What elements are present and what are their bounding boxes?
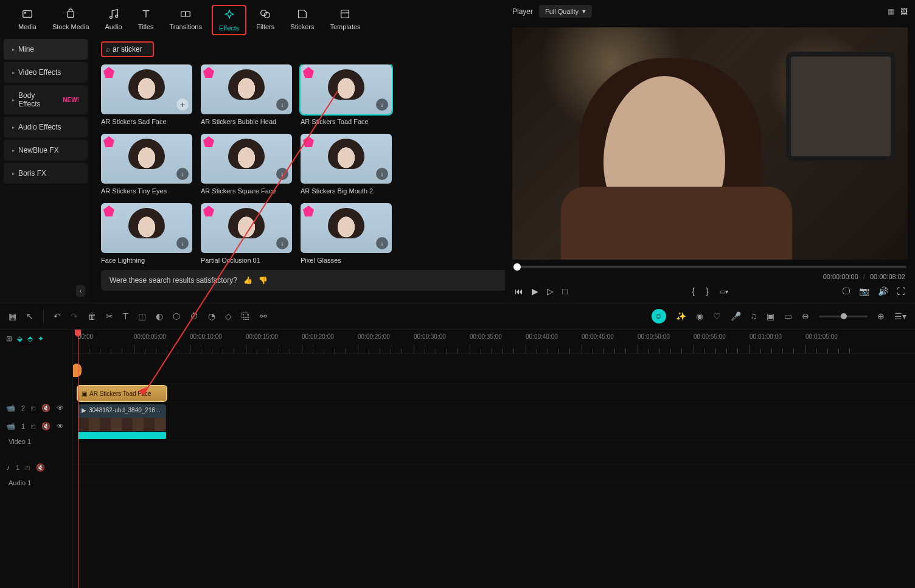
scrubber-handle[interactable] [513, 263, 521, 271]
sidebar-item-video-effects[interactable]: Video Effects [4, 62, 88, 83]
download-icon[interactable]: ↓ [276, 99, 288, 111]
result-thumbnail[interactable]: ↓ [101, 134, 192, 184]
speed-icon[interactable]: ⏱ [190, 311, 198, 321]
stop-icon[interactable]: □ [562, 286, 567, 296]
result-thumbnail[interactable]: ↓ [101, 203, 192, 253]
volume-icon[interactable]: 🔊 [878, 286, 888, 296]
download-icon[interactable]: ↓ [276, 168, 288, 180]
thumbs-up-icon[interactable]: 👍 [243, 276, 252, 285]
tab-transitions[interactable]: Transitions [164, 5, 208, 33]
mark-out-icon[interactable]: } [706, 286, 709, 296]
link-icon[interactable]: ⏍ [26, 463, 30, 472]
auto-ripple-icon[interactable]: ✦ [38, 334, 44, 343]
compare-icon[interactable]: ▦ [888, 7, 894, 16]
result-thumbnail[interactable]: ↓ [201, 134, 292, 184]
link-icon[interactable]: ⏍ [31, 422, 35, 431]
cut-icon[interactable]: ✂ [106, 311, 113, 321]
video-clip[interactable]: ▶3048162-uhd_3840_216... [78, 404, 166, 431]
display-icon[interactable]: 🖵 [842, 286, 851, 296]
result-thumbnail[interactable]: ↓ [301, 134, 392, 184]
download-icon[interactable]: ↓ [176, 168, 189, 180]
mic-icon[interactable]: 🎤 [731, 311, 741, 321]
tab-stickers[interactable]: Stickers [284, 5, 320, 33]
result-thumbnail[interactable]: ↓ [301, 203, 392, 253]
zoom-out-icon[interactable]: ⊖ [802, 311, 809, 321]
redo-icon[interactable]: ↷ [71, 311, 78, 321]
effect-track[interactable]: ▣ AR Stickers Toad Face [73, 384, 915, 403]
prev-frame-icon[interactable]: ⏮ [515, 286, 523, 296]
color-icon[interactable]: ◐ [156, 311, 163, 321]
marker[interactable] [73, 364, 82, 377]
download-icon[interactable]: ↓ [376, 168, 388, 180]
mark-in-icon[interactable]: { [692, 286, 695, 296]
play-icon[interactable]: ▷ [547, 286, 554, 296]
timeline-body[interactable]: 00:0000:00:05:0000:00:10:0000:00:15:0000… [73, 330, 915, 588]
timer-icon[interactable]: ◔ [208, 311, 215, 321]
effect-track-header[interactable]: 📹2 ⏍ 🔇 👁 [0, 399, 72, 417]
ratio-icon[interactable]: ▭▾ [720, 288, 728, 295]
result-card[interactable]: ↓AR Stickers Bubble Head [201, 64, 292, 125]
keyframe-icon[interactable]: ◇ [225, 311, 232, 321]
result-thumbnail[interactable]: ↓ [201, 64, 292, 114]
sidebar-item-audio-effects[interactable]: Audio Effects [4, 117, 88, 137]
sidebar-item-newblue[interactable]: NewBlue FX [4, 140, 88, 161]
mute-icon[interactable]: 🔇 [41, 404, 50, 412]
player-scrubber[interactable] [513, 266, 906, 268]
download-icon[interactable]: ↓ [276, 237, 288, 249]
search-field-wrap[interactable]: ⌕ [101, 41, 154, 57]
thumbs-down-icon[interactable]: 👎 [259, 276, 268, 285]
play-backward-icon[interactable]: ▶ [532, 286, 538, 296]
layer-icon[interactable]: ▣ [767, 311, 774, 321]
result-card[interactable]: ↓AR Stickers Toad Face [301, 64, 392, 125]
result-card[interactable]: +AR Stickers Sad Face [101, 64, 192, 125]
result-thumbnail[interactable]: ↓ [201, 203, 292, 253]
tab-stock-media[interactable]: Stock Media [46, 5, 96, 33]
enhance-icon[interactable]: ✨ [676, 311, 686, 321]
player-viewport[interactable] [512, 27, 908, 260]
quality-dropdown[interactable]: Full Quality ▾ [539, 5, 592, 18]
tab-templates[interactable]: Templates [324, 5, 366, 33]
link-clips-icon[interactable]: ⬘ [27, 334, 33, 343]
video-track-header[interactable]: 📹1 ⏍ 🔇 👁 [0, 417, 72, 435]
timeline-ruler[interactable]: 00:0000:00:05:0000:00:10:0000:00:15:0000… [73, 330, 915, 354]
download-icon[interactable]: ↓ [376, 99, 388, 111]
search-input[interactable] [113, 45, 149, 54]
zoom-slider[interactable] [819, 316, 868, 317]
sidebar-item-boris[interactable]: Boris FX [4, 163, 88, 184]
result-card[interactable]: ↓Partial Occlusion 01 [201, 203, 292, 264]
result-thumbnail[interactable]: ↓ [301, 64, 392, 114]
tab-media[interactable]: Media [12, 5, 43, 33]
audio-track-header[interactable]: ♪1 ⏍ 🔇 [0, 458, 72, 477]
zoom-handle[interactable] [841, 313, 847, 319]
download-icon[interactable]: ↓ [376, 237, 388, 249]
crop-icon[interactable]: ◫ [138, 311, 146, 321]
result-thumbnail[interactable]: + [101, 64, 192, 114]
mute-icon[interactable]: 🔇 [41, 422, 50, 431]
audio-track[interactable] [73, 465, 915, 483]
picture-icon[interactable]: 🖼 [900, 7, 908, 16]
result-card[interactable]: ↓AR Stickers Square Face [201, 134, 292, 195]
undo-icon[interactable]: ↶ [54, 311, 61, 321]
result-card[interactable]: ↓AR Stickers Tiny Eyes [101, 134, 192, 195]
sidebar-item-body-effects[interactable]: Body EffectsNEW! [4, 85, 88, 114]
link-icon[interactable]: ⚯ [260, 311, 267, 321]
grid-icon[interactable]: ▦ [9, 311, 16, 321]
download-icon[interactable]: ↓ [176, 237, 189, 249]
magnet-icon[interactable]: ⬙ [17, 334, 23, 343]
eye-icon[interactable]: 👁 [57, 404, 64, 412]
tab-effects[interactable]: Effects [212, 5, 246, 35]
cursor-icon[interactable]: ↖ [26, 311, 33, 321]
ai-button[interactable]: ☺ [652, 309, 666, 323]
view-options-icon[interactable]: ☰▾ [894, 311, 906, 321]
tab-audio[interactable]: Audio [99, 5, 128, 33]
sidebar-collapse-button[interactable]: ‹ [76, 285, 85, 297]
playhead[interactable] [78, 330, 78, 588]
result-card[interactable]: ↓Face Lightning [101, 203, 192, 264]
sidebar-item-mine[interactable]: Mine [4, 39, 88, 60]
add-track-icon[interactable]: ⊞ [6, 334, 12, 343]
group-icon[interactable]: ⬡ [173, 311, 180, 321]
circle-icon[interactable]: ◉ [696, 311, 703, 321]
text-tool-icon[interactable]: T [123, 311, 128, 321]
delete-icon[interactable]: 🗑 [88, 311, 96, 321]
snapshot-icon[interactable]: 📷 [859, 286, 869, 296]
